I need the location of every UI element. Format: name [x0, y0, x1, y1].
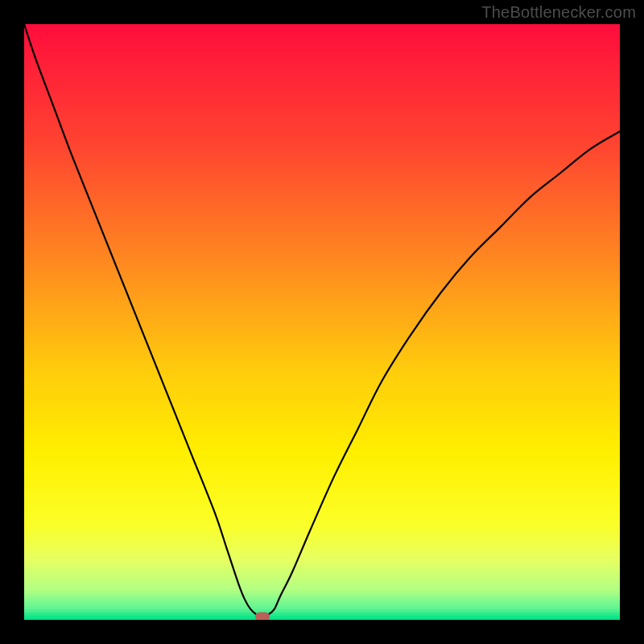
plot-area [24, 24, 620, 620]
chart-frame: TheBottlenecker.com [0, 0, 644, 644]
bottleneck-curve [24, 24, 620, 620]
optimal-point-marker [255, 613, 270, 620]
watermark-text: TheBottlenecker.com [481, 3, 636, 22]
